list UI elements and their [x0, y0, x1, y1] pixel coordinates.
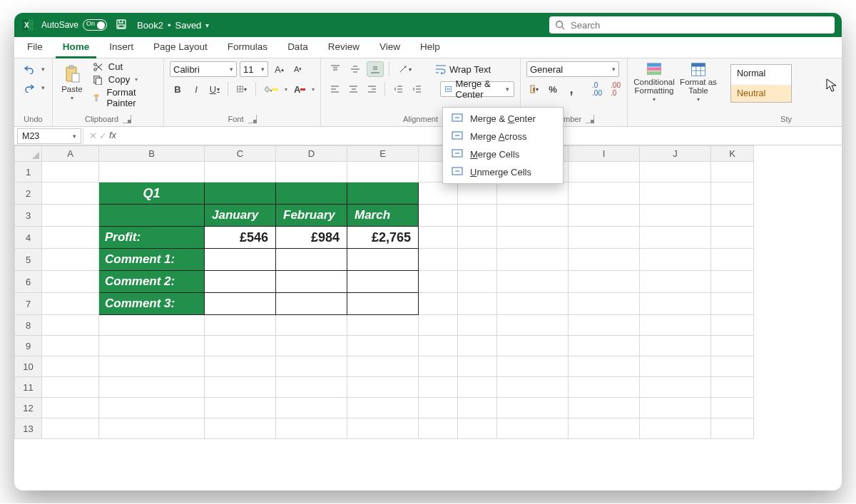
cell[interactable]: [419, 377, 458, 398]
font-color-button[interactable]: A: [290, 81, 309, 97]
cell[interactable]: [419, 356, 458, 377]
cell[interactable]: [711, 315, 754, 336]
cell[interactable]: [711, 356, 754, 377]
tab-file[interactable]: File: [20, 37, 50, 58]
row-header[interactable]: 3: [15, 205, 42, 227]
tab-home[interactable]: Home: [56, 37, 97, 58]
cell[interactable]: [419, 315, 458, 336]
autosave-switch[interactable]: On: [83, 19, 107, 31]
cell[interactable]: Comment 2:: [99, 271, 205, 293]
tab-help[interactable]: Help: [413, 37, 447, 58]
cell[interactable]: Comment 3:: [99, 293, 205, 315]
row-header[interactable]: 13: [15, 418, 42, 439]
cell[interactable]: [458, 418, 497, 439]
cell[interactable]: [458, 205, 497, 227]
decrease-decimal-button[interactable]: .00.0: [608, 81, 623, 97]
cell[interactable]: [205, 162, 276, 182]
merge-menu-item[interactable]: Merge & Center: [443, 110, 563, 128]
align-left-button[interactable]: [327, 81, 342, 97]
increase-indent-button[interactable]: [409, 81, 424, 97]
cell[interactable]: [42, 182, 99, 205]
search-box[interactable]: [549, 16, 835, 34]
cell[interactable]: [711, 336, 754, 356]
cell[interactable]: [458, 336, 497, 356]
cell[interactable]: [569, 227, 640, 249]
col-header[interactable]: I: [569, 146, 640, 162]
cell[interactable]: [347, 293, 419, 315]
autosave-toggle[interactable]: AutoSave On: [41, 19, 107, 31]
cell[interactable]: [497, 398, 569, 418]
cell[interactable]: [497, 227, 569, 249]
cell[interactable]: [42, 227, 99, 249]
cell[interactable]: [276, 336, 347, 356]
row-header[interactable]: 6: [15, 271, 42, 293]
cell[interactable]: [640, 182, 711, 205]
cell[interactable]: [458, 227, 497, 249]
undo-button[interactable]: [20, 61, 39, 77]
cell[interactable]: [569, 205, 640, 227]
cell[interactable]: [419, 418, 458, 439]
col-header[interactable]: A: [42, 146, 99, 162]
cell[interactable]: [419, 293, 458, 315]
increase-decimal-button[interactable]: .0.00: [589, 81, 605, 97]
cell[interactable]: [640, 377, 711, 398]
cell-styles-gallery[interactable]: Normal Neutral: [730, 64, 792, 103]
cell[interactable]: [458, 398, 497, 418]
cell[interactable]: [276, 271, 347, 293]
cell[interactable]: [347, 356, 419, 377]
tab-page-layout[interactable]: Page Layout: [146, 37, 215, 58]
cell[interactable]: [347, 315, 419, 336]
cell[interactable]: [458, 271, 497, 293]
style-normal[interactable]: Normal: [731, 65, 791, 82]
row-header[interactable]: 2: [15, 182, 42, 205]
cell[interactable]: [99, 336, 205, 356]
row-header[interactable]: 1: [15, 162, 42, 182]
cell[interactable]: [347, 271, 419, 293]
cell[interactable]: £2,765: [347, 227, 419, 249]
cell[interactable]: [640, 418, 711, 439]
cell[interactable]: [569, 182, 640, 205]
cell[interactable]: [205, 398, 276, 418]
paste-button[interactable]: Paste▾: [58, 61, 86, 104]
cell[interactable]: [640, 162, 711, 182]
cell[interactable]: [347, 182, 419, 205]
cell[interactable]: [205, 271, 276, 293]
format-as-table-button[interactable]: Format as Table▾: [678, 61, 719, 104]
borders-button[interactable]: ▾: [233, 81, 250, 97]
cell[interactable]: [497, 315, 569, 336]
merge-menu-item[interactable]: Unmerge Cells: [443, 163, 563, 181]
cell[interactable]: [42, 315, 99, 336]
merge-menu-item[interactable]: Merge Across: [443, 128, 563, 145]
row-header[interactable]: 7: [15, 293, 42, 315]
cell[interactable]: [640, 227, 711, 249]
align-center-button[interactable]: [345, 81, 361, 97]
cell[interactable]: [497, 249, 569, 271]
cell[interactable]: [711, 418, 754, 439]
cell[interactable]: [458, 377, 497, 398]
col-header[interactable]: E: [347, 146, 419, 162]
col-header[interactable]: K: [711, 146, 754, 162]
cell[interactable]: [419, 336, 458, 356]
cell[interactable]: [640, 249, 711, 271]
row-header[interactable]: 9: [15, 336, 42, 356]
cell[interactable]: [640, 293, 711, 315]
copy-button[interactable]: Copy▾: [93, 74, 158, 85]
percent-button[interactable]: %: [545, 81, 561, 97]
cell[interactable]: [497, 205, 569, 227]
cell[interactable]: [42, 162, 99, 182]
cell[interactable]: [711, 227, 754, 249]
col-header[interactable]: D: [276, 146, 347, 162]
cell[interactable]: [711, 271, 754, 293]
cell[interactable]: [711, 377, 754, 398]
cell[interactable]: [42, 205, 99, 227]
cell[interactable]: [640, 356, 711, 377]
clipboard-launcher[interactable]: [123, 115, 131, 123]
cell[interactable]: £546: [205, 227, 276, 249]
cell[interactable]: £984: [276, 227, 347, 249]
cell[interactable]: [640, 398, 711, 418]
align-middle-button[interactable]: [347, 61, 364, 77]
cell[interactable]: [640, 336, 711, 356]
tab-formulas[interactable]: Formulas: [220, 37, 275, 58]
cell[interactable]: Q1: [99, 182, 205, 205]
cell[interactable]: [569, 377, 640, 398]
